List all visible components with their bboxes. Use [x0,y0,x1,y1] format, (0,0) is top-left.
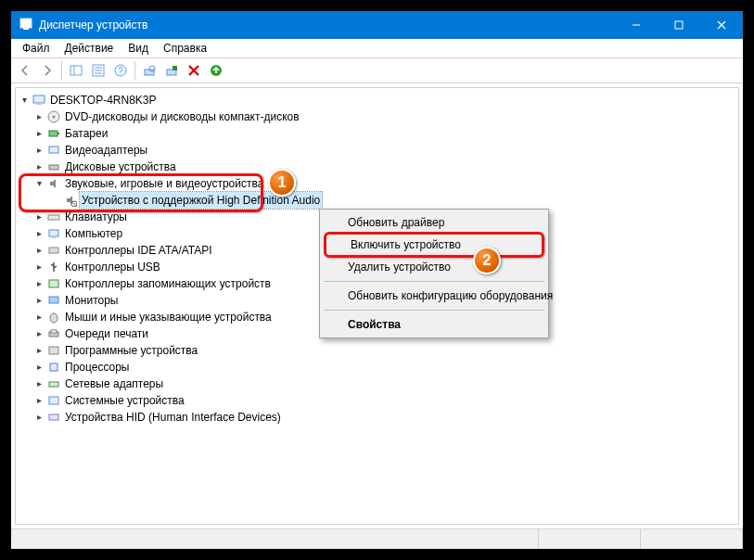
chevron-right-icon[interactable]: ▸ [32,394,45,407]
chevron-down-icon[interactable]: ▾ [32,177,45,190]
app-icon [19,17,33,34]
chevron-right-icon[interactable]: ▸ [32,277,45,290]
tree-item-system[interactable]: ▸ Системные устройства [18,392,736,409]
svg-rect-39 [49,347,58,354]
svg-rect-21 [33,95,45,103]
tree-item-dvd[interactable]: ▸ DVD-дисководы и дисководы компакт-диск… [18,108,736,125]
svg-rect-30 [48,215,59,220]
chevron-right-icon[interactable]: ▸ [32,261,45,274]
chevron-right-icon[interactable]: ▸ [32,311,45,324]
menu-help[interactable]: Справка [156,40,214,57]
tree-item-label: Сетевые адаптеры [63,375,165,392]
ide-icon [46,243,61,258]
status-cell [539,529,641,549]
tree-item-display[interactable]: ▸ Видеоадаптеры [18,142,736,159]
device-manager-window: Диспетчер устройств Файл Действие Вид Сп… [0,0,754,560]
enable-button[interactable] [206,60,226,81]
tree-item-label: Очереди печати [63,325,150,342]
chevron-right-icon[interactable]: ▸ [32,110,45,123]
uninstall-button[interactable] [184,60,204,81]
device-tree[interactable]: ▾ DESKTOP-4RN8K3P ▸ DVD-дисководы и диск… [15,87,739,525]
chevron-right-icon[interactable]: ▸ [32,227,45,240]
tree-item-hid[interactable]: ▸ Устройства HID (Human Interface Device… [18,409,736,426]
chevron-down-icon[interactable]: ▾ [18,94,31,107]
show-hide-tree-button[interactable] [66,60,86,81]
svg-point-24 [53,116,56,119]
svg-rect-14 [145,70,154,75]
computer-icon [46,226,61,241]
ctx-enable-device[interactable]: Включить устройство [324,232,544,258]
scan-hardware-button[interactable] [139,60,160,81]
chevron-right-icon[interactable]: ▸ [32,294,45,307]
chevron-right-icon[interactable]: ▸ [32,327,45,340]
svg-rect-1 [23,28,29,30]
forward-button[interactable] [37,60,58,81]
menu-action[interactable]: Действие [58,40,121,57]
tree-item-label: Клавиатуры [63,209,129,225]
tree-item-hd-audio[interactable]: Устройство с поддержкой High Definition … [18,192,736,209]
svg-rect-0 [20,19,32,28]
help-button[interactable]: ? [110,60,131,81]
svg-rect-3 [675,21,683,29]
titlebar: Диспетчер устройств [11,11,743,39]
display-adapter-icon [46,143,61,158]
svg-rect-43 [49,414,58,420]
ctx-update-driver[interactable]: Обновить драйвер [322,211,546,234]
chevron-right-icon[interactable]: ▸ [32,127,45,140]
hid-icon [46,410,61,425]
tree-item-label: Системные устройства [63,392,186,409]
chevron-right-icon[interactable]: ▸ [32,344,45,357]
tree-root-label: DESKTOP-4RN8K3P [48,92,159,108]
tree-item-software[interactable]: ▸ Программные устройства [18,342,736,359]
svg-rect-34 [49,280,58,287]
maximize-button[interactable] [658,11,700,39]
tree-item-sound[interactable]: ▾ Звуковые, игровые и видеоустройства [18,175,736,192]
ctx-remove-device[interactable]: Удалить устройство [322,256,546,278]
battery-icon [46,126,61,141]
chevron-right-icon[interactable]: ▸ [32,411,45,424]
printer-icon [46,326,61,341]
svg-rect-38 [51,330,57,333]
chevron-right-icon[interactable]: ▸ [32,377,45,390]
svg-rect-32 [52,236,56,238]
statusbar [11,528,743,549]
tree-item-network[interactable]: ▸ Сетевые адаптеры [18,375,736,392]
svg-rect-22 [36,103,42,105]
tree-item-label: Звуковые, игровые и видеоустройства [63,175,265,192]
ctx-separator [324,281,544,282]
tree-item-label: Программные устройства [63,342,199,359]
menu-file[interactable]: Файл [15,40,58,57]
ctx-rescan-hardware[interactable]: Обновить конфигурацию оборудования [322,285,546,307]
tree-item-label: Мыши и иные указывающие устройства [63,309,274,325]
svg-rect-25 [49,131,58,136]
chevron-right-icon[interactable]: ▸ [32,160,45,173]
tree-item-label: Контроллеры USB [63,259,162,275]
chevron-right-icon[interactable]: ▸ [32,210,45,223]
menu-view[interactable]: Вид [121,40,156,57]
svg-text:?: ? [118,66,123,76]
chevron-right-icon[interactable]: ▸ [32,361,45,374]
tree-item-disk[interactable]: ▸ Дисковые устройства [18,159,736,175]
ctx-separator [324,310,544,311]
tree-item-batteries[interactable]: ▸ Батареи [18,125,736,142]
chevron-right-icon[interactable]: ▸ [32,144,45,157]
tree-item-label: DVD-дисководы и дисководы компакт-дисков [63,108,301,125]
tree-root[interactable]: ▾ DESKTOP-4RN8K3P [18,92,736,108]
back-button[interactable] [15,60,35,81]
svg-rect-35 [49,297,58,303]
update-driver-button[interactable] [161,60,182,81]
system-icon [46,393,61,408]
disc-icon [46,109,61,124]
properties-button[interactable] [88,60,109,81]
menubar: Файл Действие Вид Справка [11,39,743,57]
close-button[interactable] [700,11,743,39]
chevron-right-icon[interactable]: ▸ [32,244,45,257]
svg-rect-42 [49,397,58,404]
ctx-properties[interactable]: Свойства [322,313,546,336]
tree-item-label: Устройства HID (Human Interface Devices) [63,409,283,426]
speaker-icon [46,176,61,191]
tree-item-cpu[interactable]: ▸ Процессоры [18,359,736,375]
svg-rect-27 [49,146,58,153]
minimize-button[interactable] [615,11,658,39]
storage-icon [46,276,61,291]
